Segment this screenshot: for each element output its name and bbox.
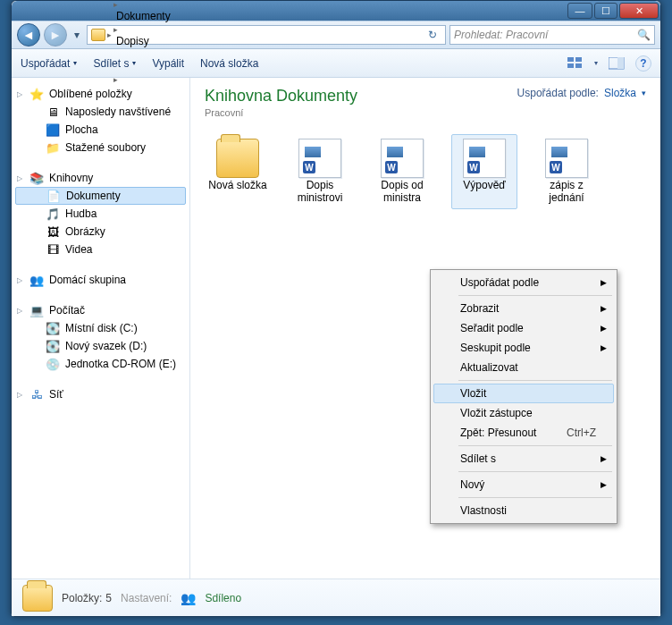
status-bar: Položky: 5 Nastavení: 👥 Sdíleno xyxy=(12,579,660,616)
file-dopis-ministrovi[interactable]: WDopis ministrovi xyxy=(287,134,353,209)
shared-status: Sdíleno xyxy=(205,592,241,604)
chevron-right-icon: ▸ xyxy=(107,30,112,39)
group-icon: 👥 xyxy=(29,273,44,287)
address-bar[interactable]: ▸ Knihovny▸Dokumenty▸Dopisy▸Pracovní▸ ↻ xyxy=(87,25,446,45)
refresh-button[interactable]: ↻ xyxy=(424,29,441,41)
menu-nov-[interactable]: Nový▶ xyxy=(433,475,614,494)
expand-icon: ▷ xyxy=(17,174,22,182)
preview-pane-button[interactable] xyxy=(607,54,626,73)
sidebar-group-domácí-skupina[interactable]: ▷👥Domácí skupina xyxy=(12,271,189,289)
forward-button[interactable]: ► xyxy=(44,23,67,46)
sidebar-item-pictures[interactable]: 🖼Obrázky xyxy=(12,223,189,241)
view-mode-button[interactable] xyxy=(566,54,585,73)
menu-label: Nový xyxy=(460,478,484,491)
menu-sd-let-s[interactable]: Sdílet s▶ xyxy=(433,449,614,469)
file-label: Výpověď xyxy=(463,180,505,192)
menu-shortcut: Ctrl+Z xyxy=(567,427,596,439)
sidebar-item-recent[interactable]: 🖥Naposledy navštívené xyxy=(12,103,189,121)
group-icon: 🖧 xyxy=(29,387,44,401)
tool-label: Nová složka xyxy=(200,57,258,70)
menu-vlo-it[interactable]: Vložit xyxy=(433,384,614,403)
sidebar-item-drive-c[interactable]: 💽Místní disk (C:) xyxy=(12,319,189,337)
menu-seskupit-podle[interactable]: Seskupit podle▶ xyxy=(433,338,614,358)
submenu-arrow-icon: ▶ xyxy=(601,304,607,313)
sidebar-group-oblíbené-položky[interactable]: ▷⭐Oblíbené položky xyxy=(12,85,189,103)
close-button[interactable]: ✕ xyxy=(619,3,659,19)
menu-vlo-it-z-stupce[interactable]: Vložit zástupce xyxy=(433,403,614,423)
library-subtitle: Pracovní xyxy=(205,107,357,118)
search-input[interactable]: Prohledat: Pracovní 🔍 xyxy=(449,25,655,45)
sidebar-item-drive-d[interactable]: 💽Nový svazek (D:) xyxy=(12,337,189,355)
menu-zp-t-p-esunout[interactable]: Zpět: PřesunoutCtrl+Z xyxy=(433,423,614,443)
document-icon: W xyxy=(381,139,424,178)
content-pane[interactable]: Knihovna Dokumenty Pracovní Uspořádat po… xyxy=(190,78,660,579)
nav-history-dropdown[interactable]: ▾ xyxy=(71,26,83,44)
arrange-label: Uspořádat podle: xyxy=(517,87,599,99)
tool-uspořádat[interactable]: Uspořádat▾ xyxy=(21,57,77,70)
command-toolbar: Uspořádat▾Sdílet s▾VypálitNová složka ▾ … xyxy=(12,49,660,78)
explorer-window: — ☐ ✕ ◄ ► ▾ ▸ Knihovny▸Dokumenty▸Dopisy▸… xyxy=(11,0,661,617)
sidebar-group-knihovny[interactable]: ▷📚Knihovny xyxy=(12,169,189,187)
navigation-bar: ◄ ► ▾ ▸ Knihovny▸Dokumenty▸Dopisy▸Pracov… xyxy=(12,21,660,49)
file-nova-slozka[interactable]: Nová složka xyxy=(205,134,271,209)
submenu-arrow-icon: ▶ xyxy=(601,324,607,333)
file-label: zápis z jednání xyxy=(536,180,597,205)
menu-uspo-dat-podle[interactable]: Uspořádat podle▶ xyxy=(433,273,614,292)
menu-label: Uspořádat podle xyxy=(460,276,539,289)
file-vypoved[interactable]: WVýpověď xyxy=(451,134,517,209)
tool-vypálit[interactable]: Vypálit xyxy=(152,57,184,70)
folder-icon xyxy=(91,29,105,41)
content-header: Knihovna Dokumenty Pracovní Uspořádat po… xyxy=(205,87,646,118)
arrange-by[interactable]: Uspořádat podle: Složka ▾ xyxy=(517,87,646,99)
group-label: Knihovny xyxy=(49,172,93,184)
item-count-label: Položky: xyxy=(62,592,102,604)
breadcrumb-dokumenty[interactable]: Dokumenty xyxy=(113,10,173,22)
item-icon: 📁 xyxy=(46,140,60,155)
back-button[interactable]: ◄ xyxy=(17,23,40,46)
menu-separator xyxy=(458,295,612,296)
svg-rect-3 xyxy=(575,63,582,68)
item-label: Plocha xyxy=(65,123,98,136)
item-label: Hudba xyxy=(65,207,97,220)
file-zapis-z-jednani[interactable]: Wzápis z jednání xyxy=(533,134,600,209)
item-icon: 🎞 xyxy=(46,242,60,257)
item-icon: 💽 xyxy=(46,321,60,335)
maximize-button[interactable]: ☐ xyxy=(594,3,617,19)
minimize-button[interactable]: — xyxy=(567,3,592,19)
menu-zobrazit[interactable]: Zobrazit▶ xyxy=(433,299,614,318)
item-label: Obrázky xyxy=(65,225,105,238)
tool-nová-složka[interactable]: Nová složka xyxy=(200,57,258,70)
search-icon: 🔍 xyxy=(637,29,651,41)
sidebar-item-downloads[interactable]: 📁Stažené soubory xyxy=(12,139,189,156)
item-count: 5 xyxy=(105,592,112,604)
menu-se-adit-podle[interactable]: Seřadit podle▶ xyxy=(433,318,614,338)
menu-separator xyxy=(458,380,612,381)
sidebar-item-drive-e[interactable]: 💿Jednotka CD-ROM (E:) xyxy=(12,355,189,373)
sidebar-item-desktop[interactable]: 🟦Plocha xyxy=(12,121,189,139)
help-button[interactable]: ? xyxy=(635,55,651,72)
submenu-arrow-icon: ▶ xyxy=(601,278,607,287)
sidebar-group-síť[interactable]: ▷🖧Síť xyxy=(12,385,189,403)
file-dopis-od-ministra[interactable]: WDopis od ministra xyxy=(369,134,435,209)
sidebar-item-documents[interactable]: 📄Dokumenty xyxy=(15,187,186,205)
submenu-arrow-icon: ▶ xyxy=(601,480,607,489)
item-icon: 🟦 xyxy=(46,122,60,137)
sidebar-item-music[interactable]: 🎵Hudba xyxy=(12,205,189,223)
breadcrumb-dopisy[interactable]: Dopisy xyxy=(113,35,173,47)
chevron-down-icon: ▾ xyxy=(73,59,77,67)
document-icon: W xyxy=(463,139,506,178)
tool-label: Sdílet s xyxy=(93,57,129,70)
item-label: Naposledy navštívené xyxy=(65,106,171,118)
people-icon: 👥 xyxy=(181,591,196,605)
folder-icon xyxy=(216,139,259,178)
menu-vlastnosti[interactable]: Vlastnosti xyxy=(433,501,614,520)
sidebar-group-počítač[interactable]: ▷💻Počítač xyxy=(12,301,189,319)
arrange-value: Složka xyxy=(604,87,636,99)
menu-aktualizovat[interactable]: Aktualizovat xyxy=(433,358,614,377)
view-dropdown-icon[interactable]: ▾ xyxy=(594,59,598,67)
tool-sdílet-s[interactable]: Sdílet s▾ xyxy=(93,57,136,70)
svg-rect-0 xyxy=(567,57,574,62)
menu-label: Aktualizovat xyxy=(460,361,518,374)
sidebar-item-videos[interactable]: 🎞Videa xyxy=(12,241,189,258)
group-icon: ⭐ xyxy=(29,87,44,101)
